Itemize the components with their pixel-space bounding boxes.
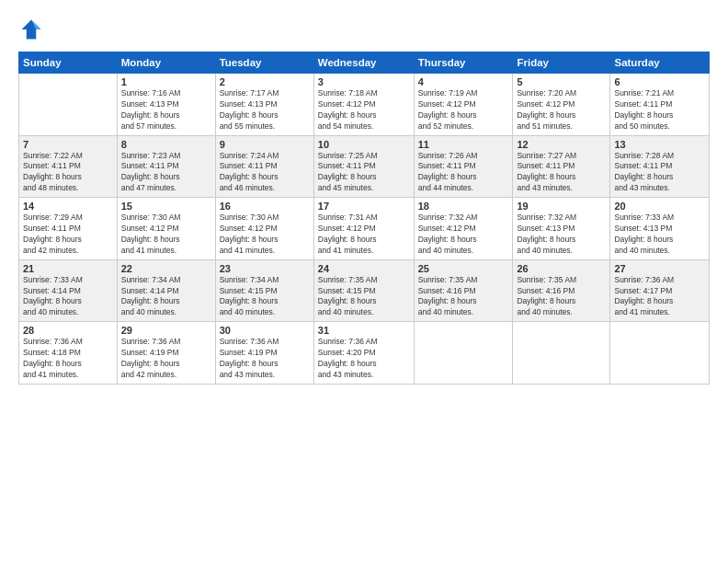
day-info: Sunrise: 7:36 AM Sunset: 4:18 PM Dayligh… — [23, 337, 113, 381]
day-number: 10 — [318, 139, 410, 150]
day-number: 20 — [614, 201, 705, 212]
calendar-cell: 30Sunrise: 7:36 AM Sunset: 4:19 PM Dayli… — [215, 322, 313, 385]
calendar-cell: 21Sunrise: 7:33 AM Sunset: 4:14 PM Dayli… — [19, 259, 118, 322]
calendar-cell: 23Sunrise: 7:34 AM Sunset: 4:15 PM Dayli… — [215, 259, 313, 322]
header — [18, 17, 710, 42]
day-info: Sunrise: 7:33 AM Sunset: 4:14 PM Dayligh… — [23, 275, 113, 319]
day-number: 2 — [220, 76, 310, 87]
day-number: 8 — [121, 139, 211, 150]
day-info: Sunrise: 7:32 AM Sunset: 4:13 PM Dayligh… — [517, 213, 606, 257]
day-number: 6 — [614, 76, 705, 87]
weekday-header: Friday — [513, 52, 610, 74]
day-info: Sunrise: 7:31 AM Sunset: 4:12 PM Dayligh… — [318, 213, 410, 257]
day-number: 24 — [318, 263, 410, 274]
day-number: 12 — [517, 139, 606, 150]
day-info: Sunrise: 7:27 AM Sunset: 4:11 PM Dayligh… — [517, 151, 606, 195]
weekday-header: Tuesday — [215, 52, 313, 74]
day-info: Sunrise: 7:36 AM Sunset: 4:17 PM Dayligh… — [614, 275, 705, 319]
calendar-cell: 10Sunrise: 7:25 AM Sunset: 4:11 PM Dayli… — [313, 135, 414, 198]
day-info: Sunrise: 7:25 AM Sunset: 4:11 PM Dayligh… — [318, 151, 410, 195]
calendar-cell: 4Sunrise: 7:19 AM Sunset: 4:12 PM Daylig… — [414, 74, 513, 136]
day-info: Sunrise: 7:21 AM Sunset: 4:11 PM Dayligh… — [614, 88, 705, 132]
day-number: 19 — [517, 201, 606, 212]
day-info: Sunrise: 7:28 AM Sunset: 4:11 PM Dayligh… — [614, 151, 705, 195]
day-number: 18 — [418, 201, 509, 212]
day-info: Sunrise: 7:35 AM Sunset: 4:16 PM Dayligh… — [418, 275, 509, 319]
day-info: Sunrise: 7:17 AM Sunset: 4:13 PM Dayligh… — [220, 88, 310, 132]
calendar-cell: 31Sunrise: 7:36 AM Sunset: 4:20 PM Dayli… — [313, 322, 414, 385]
calendar-cell: 13Sunrise: 7:28 AM Sunset: 4:11 PM Dayli… — [610, 135, 710, 198]
calendar-cell: 6Sunrise: 7:21 AM Sunset: 4:11 PM Daylig… — [610, 74, 710, 136]
day-info: Sunrise: 7:33 AM Sunset: 4:13 PM Dayligh… — [614, 213, 705, 257]
day-info: Sunrise: 7:18 AM Sunset: 4:12 PM Dayligh… — [318, 88, 410, 132]
calendar-week-row: 14Sunrise: 7:29 AM Sunset: 4:11 PM Dayli… — [19, 198, 710, 260]
calendar-cell: 1Sunrise: 7:16 AM Sunset: 4:13 PM Daylig… — [117, 74, 215, 136]
day-number: 23 — [220, 263, 310, 274]
weekday-header: Wednesday — [313, 52, 414, 74]
weekday-header: Sunday — [19, 52, 118, 74]
day-number: 16 — [220, 201, 310, 212]
day-number: 11 — [418, 139, 509, 150]
day-number: 9 — [220, 139, 310, 150]
calendar-cell: 17Sunrise: 7:31 AM Sunset: 4:12 PM Dayli… — [313, 198, 414, 260]
day-number: 27 — [614, 263, 705, 274]
logo — [18, 17, 48, 42]
calendar-cell: 5Sunrise: 7:20 AM Sunset: 4:12 PM Daylig… — [513, 74, 610, 136]
calendar-week-row: 21Sunrise: 7:33 AM Sunset: 4:14 PM Dayli… — [19, 259, 710, 322]
day-info: Sunrise: 7:30 AM Sunset: 4:12 PM Dayligh… — [121, 213, 211, 257]
calendar-cell: 12Sunrise: 7:27 AM Sunset: 4:11 PM Dayli… — [513, 135, 610, 198]
day-number: 7 — [23, 139, 113, 150]
calendar-header-row: SundayMondayTuesdayWednesdayThursdayFrid… — [19, 52, 710, 74]
day-info: Sunrise: 7:36 AM Sunset: 4:20 PM Dayligh… — [318, 337, 410, 381]
day-info: Sunrise: 7:19 AM Sunset: 4:12 PM Dayligh… — [418, 88, 509, 132]
calendar-cell: 3Sunrise: 7:18 AM Sunset: 4:12 PM Daylig… — [313, 74, 414, 136]
day-info: Sunrise: 7:34 AM Sunset: 4:15 PM Dayligh… — [220, 275, 310, 319]
day-info: Sunrise: 7:23 AM Sunset: 4:11 PM Dayligh… — [121, 151, 211, 195]
calendar-cell: 28Sunrise: 7:36 AM Sunset: 4:18 PM Dayli… — [19, 322, 118, 385]
calendar-cell: 9Sunrise: 7:24 AM Sunset: 4:11 PM Daylig… — [215, 135, 313, 198]
page: SundayMondayTuesdayWednesdayThursdayFrid… — [0, 0, 728, 563]
day-number: 26 — [517, 263, 606, 274]
weekday-header: Thursday — [414, 52, 513, 74]
day-number: 3 — [318, 76, 410, 87]
calendar-cell: 7Sunrise: 7:22 AM Sunset: 4:11 PM Daylig… — [19, 135, 118, 198]
day-info: Sunrise: 7:32 AM Sunset: 4:12 PM Dayligh… — [418, 213, 509, 257]
day-info: Sunrise: 7:35 AM Sunset: 4:15 PM Dayligh… — [318, 275, 410, 319]
calendar-week-row: 7Sunrise: 7:22 AM Sunset: 4:11 PM Daylig… — [19, 135, 710, 198]
calendar-cell — [414, 322, 513, 385]
calendar-cell: 2Sunrise: 7:17 AM Sunset: 4:13 PM Daylig… — [215, 74, 313, 136]
day-number: 1 — [121, 76, 211, 87]
day-info: Sunrise: 7:20 AM Sunset: 4:12 PM Dayligh… — [517, 88, 606, 132]
calendar-cell: 24Sunrise: 7:35 AM Sunset: 4:15 PM Dayli… — [313, 259, 414, 322]
weekday-header: Saturday — [610, 52, 710, 74]
calendar-cell: 15Sunrise: 7:30 AM Sunset: 4:12 PM Dayli… — [117, 198, 215, 260]
calendar-cell: 14Sunrise: 7:29 AM Sunset: 4:11 PM Dayli… — [19, 198, 118, 260]
calendar-cell: 20Sunrise: 7:33 AM Sunset: 4:13 PM Dayli… — [610, 198, 710, 260]
day-number: 29 — [121, 325, 211, 336]
day-number: 28 — [23, 325, 113, 336]
calendar-cell: 11Sunrise: 7:26 AM Sunset: 4:11 PM Dayli… — [414, 135, 513, 198]
day-number: 4 — [418, 76, 509, 87]
calendar-table: SundayMondayTuesdayWednesdayThursdayFrid… — [18, 52, 710, 385]
calendar-cell: 29Sunrise: 7:36 AM Sunset: 4:19 PM Dayli… — [117, 322, 215, 385]
day-info: Sunrise: 7:24 AM Sunset: 4:11 PM Dayligh… — [220, 151, 310, 195]
day-number: 15 — [121, 201, 211, 212]
calendar-cell: 18Sunrise: 7:32 AM Sunset: 4:12 PM Dayli… — [414, 198, 513, 260]
day-number: 21 — [23, 263, 113, 274]
day-info: Sunrise: 7:34 AM Sunset: 4:14 PM Dayligh… — [121, 275, 211, 319]
logo-icon — [18, 17, 44, 42]
calendar-cell: 19Sunrise: 7:32 AM Sunset: 4:13 PM Dayli… — [513, 198, 610, 260]
calendar-cell: 25Sunrise: 7:35 AM Sunset: 4:16 PM Dayli… — [414, 259, 513, 322]
day-number: 31 — [318, 325, 410, 336]
calendar-cell — [19, 74, 118, 136]
calendar-cell: 8Sunrise: 7:23 AM Sunset: 4:11 PM Daylig… — [117, 135, 215, 198]
day-info: Sunrise: 7:26 AM Sunset: 4:11 PM Dayligh… — [418, 151, 509, 195]
day-info: Sunrise: 7:29 AM Sunset: 4:11 PM Dayligh… — [23, 213, 113, 257]
calendar-week-row: 28Sunrise: 7:36 AM Sunset: 4:18 PM Dayli… — [19, 322, 710, 385]
day-info: Sunrise: 7:16 AM Sunset: 4:13 PM Dayligh… — [121, 88, 211, 132]
day-number: 5 — [517, 76, 606, 87]
calendar-cell: 22Sunrise: 7:34 AM Sunset: 4:14 PM Dayli… — [117, 259, 215, 322]
calendar-cell: 27Sunrise: 7:36 AM Sunset: 4:17 PM Dayli… — [610, 259, 710, 322]
day-info: Sunrise: 7:36 AM Sunset: 4:19 PM Dayligh… — [220, 337, 310, 381]
day-number: 13 — [614, 139, 705, 150]
